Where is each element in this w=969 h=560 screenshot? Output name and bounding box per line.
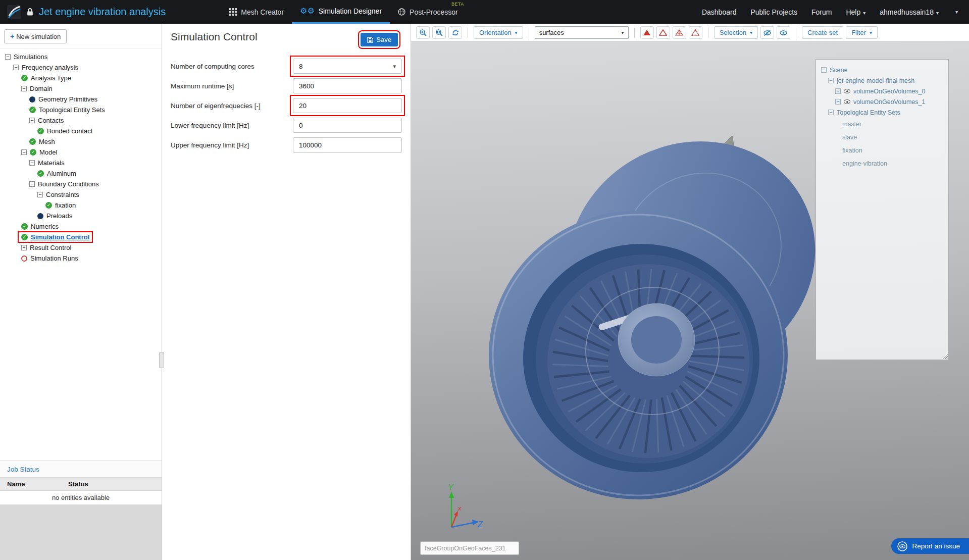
simulation-control-form: Number of computing cores8▾Maximum runti… — [171, 59, 402, 152]
grid-icon — [229, 8, 237, 16]
zoom-to-box-button[interactable] — [432, 26, 446, 39]
axis-label-y: Y — [448, 484, 454, 492]
eye-show-icon — [779, 29, 788, 36]
orientation-dropdown[interactable]: Orientation▾ — [474, 26, 523, 39]
upper-frequency-limit-hz-input[interactable] — [293, 137, 402, 152]
lower-frequency-limit-hz-input[interactable] — [293, 118, 402, 133]
tree-item-domain[interactable]: −Domain — [0, 83, 162, 94]
visibility-eye-icon[interactable] — [844, 99, 850, 104]
filter-dropdown[interactable]: Filter▾ — [846, 26, 878, 39]
tree-item-model[interactable]: −✓Model — [0, 147, 162, 158]
tree-item-frequency-analysis[interactable]: −Frequency analysis — [0, 62, 162, 73]
refresh-icon — [451, 29, 460, 37]
issue-eye-icon — [897, 541, 907, 551]
nav-link-forum[interactable]: Forum — [811, 8, 832, 16]
collapse-icon[interactable]: − — [828, 110, 834, 115]
tab-mesh-creator[interactable]: Mesh Creator — [221, 0, 292, 24]
expand-icon[interactable]: + — [835, 99, 841, 105]
selection-dropdown[interactable]: Selection▾ — [714, 26, 758, 39]
nav-link-public-projects[interactable]: Public Projects — [750, 8, 797, 16]
maximum-runtime-s-input[interactable] — [293, 78, 402, 93]
create-set-button[interactable]: Create set — [802, 26, 843, 39]
number-of-computing-cores-select[interactable]: 8▾ — [293, 59, 402, 74]
mesh-quality-nodes-button[interactable] — [689, 26, 702, 39]
tab-post-processor[interactable]: Post-Processor BETA — [390, 0, 466, 24]
job-status-empty-text: no entities available — [0, 491, 162, 504]
tree-item-geometry-primitives[interactable]: Geometry Primitives — [0, 94, 162, 105]
tree-item-label: Frequency analysis — [22, 64, 78, 71]
mesh-quality-wireframe-button[interactable] — [673, 26, 686, 39]
scene-item-fixation[interactable]: fixation — [816, 144, 948, 157]
tree-item-inner: ✓Mesh — [27, 137, 57, 146]
viewport-canvas[interactable]: −Scene−jet-engine-model-final mesh+volum… — [411, 42, 969, 560]
scene-item-jet-engine-model-final-mesh[interactable]: −jet-engine-model-final mesh — [816, 75, 948, 86]
tree-item-bonded-contact[interactable]: ✓Bonded contact — [0, 126, 162, 136]
reset-view-button[interactable] — [448, 26, 462, 39]
field-control — [293, 118, 402, 133]
tree-item-result-control[interactable]: +Result Control — [0, 242, 162, 253]
expand-icon[interactable]: + — [835, 88, 841, 94]
collapse-icon[interactable]: − — [821, 67, 827, 73]
tree-item-contacts[interactable]: −Contacts — [0, 115, 162, 126]
tree-item-simulation-runs[interactable]: Simulation Runs — [0, 253, 162, 264]
tree-item-label: Contacts — [38, 117, 64, 124]
new-simulation-button[interactable]: + New simulation — [4, 29, 67, 43]
zoom-in-button[interactable] — [416, 26, 430, 39]
mesh-quality-outline-button[interactable] — [656, 26, 670, 39]
tree-item-topological-entity-sets[interactable]: ✓Topological Entity Sets — [0, 105, 162, 115]
tree-item-label: Bonded contact — [47, 127, 92, 135]
scene-item-volumeongeovolumes-0[interactable]: +volumeOnGeoVolumes_0 — [816, 86, 948, 96]
tree-item-simulations[interactable]: −Simulations — [0, 52, 162, 62]
nav-link-dashboard[interactable]: Dashboard — [702, 8, 737, 16]
tree-item-boundary-conditions[interactable]: −Boundary Conditions — [0, 179, 162, 189]
collapse-icon[interactable]: − — [29, 160, 35, 166]
scene-item-topological-entity-sets[interactable]: −Topological Entity Sets — [816, 107, 948, 118]
chevron-down-icon: ▾ — [515, 30, 518, 35]
scene-item-master[interactable]: master — [816, 118, 948, 131]
user-menu[interactable]: ahmedhussain18▾ — [880, 8, 939, 16]
number-of-eigenfrequecies-input[interactable] — [293, 98, 402, 113]
tab-simulation-designer[interactable]: ⚙⚙ Simulation Designer — [292, 0, 390, 24]
viewer-toolbar: Orientation▾ surfaces ▾ — [411, 24, 969, 42]
field-control — [293, 78, 402, 93]
collapse-icon[interactable]: − — [37, 192, 43, 197]
scene-item-engine-vibration[interactable]: engine-vibration — [816, 157, 948, 170]
expand-icon[interactable]: + — [21, 245, 27, 250]
navbar-overflow-chevron-icon[interactable]: ▾ — [955, 9, 958, 15]
collapse-icon[interactable]: − — [29, 118, 35, 123]
tree-item-analysis-type[interactable]: ✓Analysis Type — [0, 73, 162, 83]
simscale-logo[interactable] — [7, 5, 21, 19]
face-group-input[interactable] — [420, 541, 519, 555]
select-value: 8 — [299, 63, 303, 70]
tree-item-simulation-control[interactable]: ✓Simulation Control — [0, 232, 162, 242]
tree-item-numerics[interactable]: ✓Numerics — [0, 221, 162, 232]
visibility-eye-icon[interactable] — [844, 89, 850, 93]
help-menu[interactable]: Help▾ — [846, 8, 865, 16]
collapse-icon[interactable]: − — [828, 78, 834, 83]
tree-item-mesh[interactable]: ✓Mesh — [0, 136, 162, 147]
tree-item-constraints[interactable]: −Constraints — [0, 189, 162, 200]
hide-selected-button[interactable] — [760, 26, 774, 39]
top-navbar: Jet engine vibration analysis Mesh Creat… — [0, 0, 969, 24]
save-button[interactable]: Save — [361, 33, 398, 46]
scene-item-volumeongeovolumes-1[interactable]: +volumeOnGeoVolumes_1 — [816, 96, 948, 107]
collapse-icon[interactable]: − — [29, 181, 35, 187]
tree-item-preloads[interactable]: Preloads — [0, 211, 162, 221]
show-all-button[interactable] — [777, 26, 790, 39]
collapse-icon[interactable]: − — [21, 149, 27, 155]
tree-item-aluminum[interactable]: ✓Aluminum — [0, 168, 162, 179]
scene-item-scene[interactable]: −Scene — [816, 65, 948, 75]
tree-item-label: Simulation Runs — [30, 254, 78, 262]
render-mode-select[interactable]: surfaces ▾ — [535, 26, 629, 39]
collapse-icon[interactable]: − — [13, 65, 19, 70]
collapse-icon[interactable]: − — [21, 86, 27, 91]
report-issue-button[interactable]: Report an issue — [891, 538, 969, 554]
tree-item-materials[interactable]: −Materials — [0, 158, 162, 168]
simulation-tree: −Simulations−Frequency analysis✓Analysis… — [0, 48, 162, 461]
mesh-quality-solid-button[interactable] — [640, 26, 654, 39]
quality-triangle-solid-icon — [643, 29, 651, 36]
job-status-empty-area — [0, 504, 162, 560]
tree-item-fixation[interactable]: ✓fixation — [0, 200, 162, 211]
scene-item-slave[interactable]: slave — [816, 131, 948, 144]
collapse-icon[interactable]: − — [5, 54, 11, 60]
